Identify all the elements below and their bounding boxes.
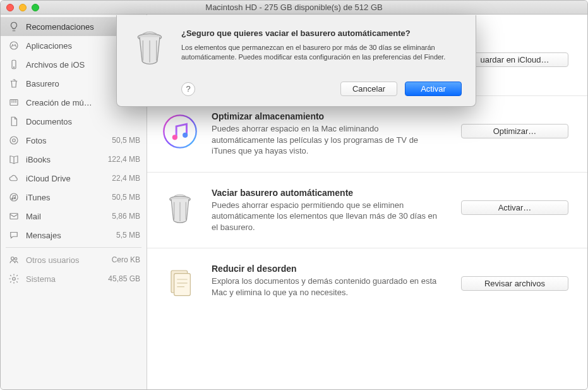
svg-rect-9	[10, 214, 18, 219]
gear-icon	[7, 273, 21, 284]
reco-text: Optimizar almacenamiento Puedes ahorrar …	[212, 111, 450, 157]
photos-icon	[7, 135, 21, 146]
close-window-button[interactable]	[6, 4, 14, 11]
dialog-trash-icon	[129, 28, 170, 68]
piano-icon	[7, 97, 21, 108]
sidebar-item-label: iCloud Drive	[26, 174, 107, 183]
sidebar-item-label: Otros usuarios	[26, 255, 107, 265]
svg-point-8	[14, 197, 15, 198]
dialog-body: ¿Seguro que quieres vaciar el basurero a…	[181, 28, 462, 96]
sidebar-item-label: Mensajes	[26, 231, 111, 240]
svg-point-2	[13, 67, 14, 68]
activate-trash-button[interactable]: Activar…	[461, 200, 568, 215]
sidebar-item-size: Cero KB	[112, 255, 140, 264]
reco-optimize: Optimizar almacenamiento Puedes ahorrar …	[147, 96, 587, 173]
reco-desc: Puedes ahorrar espacio en la Mac elimina…	[212, 123, 439, 157]
optimize-button[interactable]: Optimizar…	[461, 124, 568, 138]
sidebar-item-other-users[interactable]: Otros usuarios Cero KB	[1, 250, 147, 269]
sidebar-item-ibooks[interactable]: iBooks 122,4 MB	[1, 150, 147, 169]
reco-title: Optimizar almacenamiento	[212, 111, 450, 121]
reco-action: Activar…	[461, 188, 575, 215]
svg-point-5	[13, 139, 16, 142]
users-icon	[7, 254, 21, 265]
review-files-button[interactable]: Revisar archivos	[461, 276, 568, 291]
reco-desc: Puedes ahorrar espacio permitiendo que s…	[212, 200, 439, 233]
svg-point-4	[10, 137, 18, 144]
sidebar-item-size: 22,4 MB	[112, 174, 140, 183]
sidebar-item-itunes[interactable]: iTunes 50,5 MB	[1, 188, 147, 207]
svg-point-6	[10, 193, 18, 201]
sidebar-item-size: 45,85 GB	[108, 274, 140, 283]
chat-icon	[7, 229, 21, 241]
sidebar-item-size: 5,5 MB	[116, 231, 140, 240]
sidebar-item-label: Mail	[26, 212, 107, 221]
dialog-cancel-button[interactable]: Cancelar	[340, 82, 397, 96]
documents-large-icon	[160, 264, 200, 304]
cloud-icon	[7, 173, 21, 184]
minimize-window-button[interactable]	[19, 4, 27, 11]
trash-large-icon	[160, 188, 200, 228]
dialog-buttons: ? Cancelar Activar	[181, 82, 462, 96]
svg-point-14	[172, 135, 177, 140]
confirm-empty-trash-dialog: ¿Seguro que quieres vaciar el basurero a…	[116, 15, 476, 107]
itunes-large-icon	[160, 111, 200, 152]
sidebar-item-size: 122,4 MB	[108, 155, 140, 164]
sidebar-item-documents[interactable]: Documentos	[1, 112, 147, 131]
dialog-title: ¿Seguro que quieres vaciar el basurero a…	[181, 28, 462, 39]
sidebar-item-label: Fotos	[26, 136, 107, 145]
book-icon	[7, 154, 21, 165]
zoom-window-button[interactable]	[32, 4, 39, 11]
svg-point-13	[164, 115, 196, 147]
sidebar-item-label: Sistema	[26, 274, 103, 284]
document-icon	[7, 116, 21, 127]
reco-desc: Explora los documentos y demás contenido…	[212, 276, 439, 298]
sidebar-item-icloud-drive[interactable]: iCloud Drive 22,4 MB	[1, 169, 147, 188]
reco-empty-trash: Vaciar basurero automáticamente Puedes a…	[147, 173, 587, 249]
music-icon	[7, 192, 21, 203]
sidebar-item-label: iTunes	[26, 193, 107, 202]
svg-point-11	[15, 258, 17, 260]
trash-icon	[7, 78, 21, 89]
sidebar-item-messages[interactable]: Mensajes 5,5 MB	[1, 226, 147, 245]
reco-text: Vaciar basurero automáticamente Puedes a…	[212, 188, 450, 233]
app-icon	[7, 40, 21, 51]
sidebar-item-size: 50,5 MB	[112, 193, 140, 202]
dialog-confirm-button[interactable]: Activar	[405, 82, 462, 96]
sidebar-item-label: Documentos	[26, 117, 135, 126]
reco-title: Vaciar basurero automáticamente	[212, 188, 450, 198]
sidebar-separator	[6, 247, 141, 248]
sidebar-item-mail[interactable]: Mail 5,86 MB	[1, 207, 147, 226]
reco-action: Optimizar…	[461, 111, 575, 138]
svg-point-12	[13, 277, 16, 281]
sidebar-item-photos[interactable]: Fotos 50,5 MB	[1, 131, 147, 150]
mail-icon	[7, 210, 21, 222]
reco-action: Revisar archivos	[461, 264, 575, 291]
svg-rect-18	[174, 274, 191, 296]
sidebar-item-label: iBooks	[26, 155, 103, 164]
lightbulb-icon	[7, 21, 21, 32]
svg-point-10	[11, 257, 15, 260]
sidebar-item-system[interactable]: Sistema 45,85 GB	[1, 269, 147, 288]
sidebar-item-size: 5,86 MB	[112, 212, 140, 221]
dialog-message: Los elementos que permanezcan en el basu…	[181, 43, 462, 63]
reco-action: uardar en iCloud…	[461, 40, 575, 67]
window-title: Macintosh HD - 275 GB disponible(s) de 5…	[1, 3, 587, 12]
svg-point-15	[183, 133, 188, 138]
reco-clutter: Reducir el desorden Explora los document…	[147, 248, 587, 319]
traffic-lights	[1, 4, 39, 11]
dialog-help-button[interactable]: ?	[181, 82, 195, 96]
svg-point-7	[12, 198, 13, 199]
storage-window: Macintosh HD - 275 GB disponible(s) de 5…	[0, 0, 588, 390]
phone-icon	[7, 59, 21, 70]
titlebar: Macintosh HD - 275 GB disponible(s) de 5…	[1, 1, 587, 15]
store-in-icloud-button[interactable]: uardar en iCloud…	[461, 52, 568, 67]
reco-text: Reducir el desorden Explora los document…	[212, 264, 450, 298]
reco-title: Reducir el desorden	[212, 264, 450, 274]
sidebar-item-size: 50,5 MB	[112, 136, 140, 145]
